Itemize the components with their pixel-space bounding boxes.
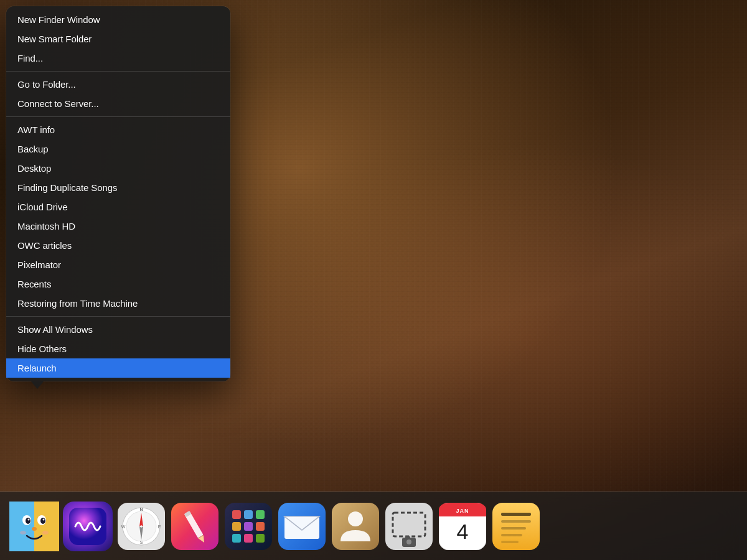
svg-text:N: N bbox=[139, 507, 143, 511]
dock-app-calendar[interactable]: JAN 4 bbox=[438, 502, 487, 551]
menu-item-macintosh-hd[interactable]: Macintosh HD bbox=[6, 217, 230, 236]
dock-app-contacts[interactable] bbox=[331, 502, 380, 551]
svg-rect-40 bbox=[284, 516, 319, 539]
menu-item-hide-others[interactable]: Hide Others bbox=[6, 339, 230, 358]
svg-rect-61 bbox=[501, 541, 519, 543]
menu-item-find[interactable]: Find... bbox=[6, 49, 230, 68]
contacts-icon bbox=[331, 502, 380, 551]
menu-item-desktop[interactable]: Desktop bbox=[6, 159, 230, 178]
svg-rect-30 bbox=[232, 510, 241, 519]
svg-text:JAN: JAN bbox=[456, 508, 469, 514]
svg-rect-60 bbox=[501, 534, 522, 536]
menu-item-go-to-folder[interactable]: Go to Folder... bbox=[6, 75, 230, 94]
dock-app-mail[interactable] bbox=[277, 502, 327, 551]
svg-rect-2 bbox=[21, 502, 34, 551]
menu-item-recents[interactable]: Recents bbox=[6, 274, 230, 294]
launchpad-icon bbox=[223, 502, 273, 551]
notes-icon bbox=[491, 502, 541, 551]
safari-icon: N S W E bbox=[116, 502, 166, 551]
svg-rect-37 bbox=[244, 534, 253, 543]
menu-item-new-smart-folder[interactable]: New Smart Folder bbox=[6, 29, 230, 49]
siri-icon bbox=[63, 502, 113, 551]
dock-app-notes[interactable] bbox=[491, 502, 541, 551]
dock-app-launchpad[interactable] bbox=[223, 502, 273, 551]
svg-rect-33 bbox=[232, 522, 241, 531]
menu-item-owc-articles[interactable]: OWC articles bbox=[6, 236, 230, 255]
dock-app-pixelmator[interactable] bbox=[170, 502, 220, 551]
separator-2 bbox=[6, 116, 230, 117]
svg-text:E: E bbox=[158, 525, 161, 529]
svg-rect-36 bbox=[232, 534, 241, 543]
menu-item-new-finder-window[interactable]: New Finder Window bbox=[6, 10, 230, 29]
svg-point-49 bbox=[406, 539, 411, 544]
svg-point-12 bbox=[42, 531, 49, 534]
mail-icon bbox=[277, 502, 327, 551]
svg-rect-3 bbox=[34, 502, 59, 551]
svg-text:4: 4 bbox=[457, 520, 469, 543]
svg-rect-31 bbox=[244, 510, 253, 519]
menu-item-restoring-from-time-machine[interactable]: Restoring from Time Machine bbox=[6, 294, 230, 313]
context-menu: New Finder Window New Smart Folder Find.… bbox=[6, 6, 230, 381]
dock: N S W E bbox=[0, 492, 747, 560]
finder-icon bbox=[9, 502, 59, 551]
menu-item-pixelmator[interactable]: Pixelmator bbox=[6, 255, 230, 274]
svg-point-10 bbox=[32, 527, 37, 531]
dock-app-screenshot[interactable] bbox=[384, 502, 434, 551]
menu-item-awt-info[interactable]: AWT info bbox=[6, 120, 230, 139]
svg-rect-32 bbox=[256, 510, 265, 519]
screenshot-icon bbox=[384, 502, 434, 551]
svg-rect-58 bbox=[501, 520, 531, 523]
svg-rect-57 bbox=[501, 513, 531, 516]
calendar-icon: JAN 4 bbox=[438, 502, 487, 551]
svg-point-11 bbox=[20, 531, 26, 534]
svg-point-5 bbox=[26, 518, 31, 524]
separator-1 bbox=[6, 71, 230, 72]
menu-item-show-all-windows[interactable]: Show All Windows bbox=[6, 320, 230, 339]
separator-3 bbox=[6, 316, 230, 317]
svg-point-45 bbox=[348, 511, 363, 526]
svg-point-9 bbox=[43, 518, 45, 520]
svg-rect-59 bbox=[501, 527, 526, 530]
svg-text:W: W bbox=[121, 525, 126, 529]
svg-rect-34 bbox=[244, 522, 253, 531]
svg-rect-50 bbox=[405, 536, 410, 539]
svg-point-6 bbox=[28, 518, 30, 520]
svg-rect-38 bbox=[256, 534, 265, 543]
svg-point-8 bbox=[40, 518, 45, 524]
menu-item-relaunch[interactable]: Relaunch bbox=[6, 358, 230, 378]
svg-text:S: S bbox=[140, 540, 143, 544]
dock-app-siri[interactable] bbox=[63, 502, 113, 551]
menu-item-icloud-drive[interactable]: iCloud Drive bbox=[6, 197, 230, 217]
menu-item-finding-duplicate-songs[interactable]: Finding Duplicate Songs bbox=[6, 178, 230, 197]
dock-app-safari[interactable]: N S W E bbox=[116, 502, 166, 551]
menu-item-connect-to-server[interactable]: Connect to Server... bbox=[6, 94, 230, 113]
menu-item-backup[interactable]: Backup bbox=[6, 139, 230, 159]
dock-app-finder[interactable] bbox=[9, 502, 59, 551]
pixelmator-icon bbox=[170, 502, 220, 551]
svg-rect-35 bbox=[256, 522, 265, 531]
